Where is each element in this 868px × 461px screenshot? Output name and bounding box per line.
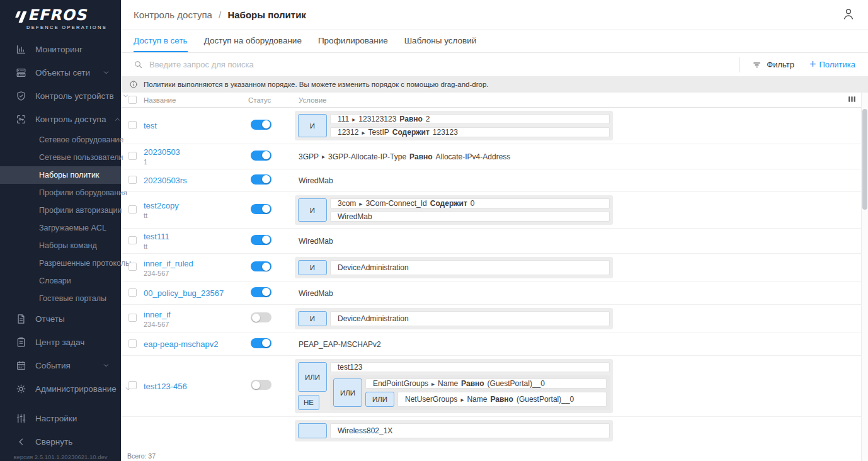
condition-plain: WiredMab: [295, 289, 858, 298]
condition-value: (GuestPortal)__0: [488, 379, 545, 388]
sidebar-item-9[interactable]: Свернуть: [0, 430, 121, 453]
row-checkbox[interactable]: [128, 288, 137, 297]
tab-0[interactable]: Доступ в сеть: [134, 30, 188, 52]
sidebar-subitem-5[interactable]: Загружаемые ACL: [0, 219, 121, 237]
row-condition-cell: ИDeviceAdministration: [295, 308, 858, 329]
row-checkbox-cell: [128, 236, 144, 247]
reports-icon: [15, 313, 27, 325]
sidebar-item-6[interactable]: События: [0, 354, 121, 377]
policy-name-link[interactable]: 00_policy_bug_23567: [144, 288, 224, 298]
app-root: EFROS DEFENCE OPERATIONS МониторингОбъек…: [0, 0, 868, 461]
row-condition-cell: И111▸123123123Равно212312▸TestIPСодержит…: [295, 111, 858, 140]
collapse-icon: [15, 436, 27, 448]
sidebar-subitem-2[interactable]: Наборы политик: [0, 166, 121, 184]
sidebar-subitem-8[interactable]: Словари: [0, 272, 121, 290]
condition-group: ИDeviceAdministration: [295, 257, 613, 278]
tab-1[interactable]: Доступ на оборудование: [204, 30, 302, 52]
row-checkbox[interactable]: [128, 176, 137, 184]
row-checkbox[interactable]: [128, 236, 137, 244]
policy-name-link[interactable]: eap-peap-mschapv2: [144, 339, 219, 349]
status-toggle[interactable]: [251, 261, 271, 271]
sidebar-item-5[interactable]: Центр задач: [0, 331, 121, 354]
filter-icon: [752, 60, 762, 69]
sidebar-subitem-6[interactable]: Наборы команд: [0, 237, 121, 254]
row-condition-cell: Wireless802_1X: [295, 420, 858, 441]
policy-name-link[interactable]: inner_if: [144, 310, 171, 319]
sidebar-item-label: Контроль доступа: [35, 115, 106, 124]
policy-name-link[interactable]: inner_if_ruled: [144, 259, 193, 268]
status-toggle[interactable]: [251, 174, 271, 185]
column-header-condition: Условие: [295, 96, 858, 104]
row-name-cell: test123-456: [144, 382, 244, 391]
condition-bar: DeviceAdministration: [330, 311, 610, 326]
row-checkbox[interactable]: [128, 263, 137, 271]
condition-bar: Wireless802_1X: [330, 423, 610, 438]
row-name-cell: 00_policy_bug_23567: [144, 288, 244, 298]
row-checkbox[interactable]: [128, 381, 137, 389]
tab-3[interactable]: Шаблоны условий: [404, 30, 477, 52]
sidebar-subitem-9[interactable]: Гостевые порталы: [0, 290, 121, 307]
sidebar-subitem-3[interactable]: Профили оборудования: [0, 184, 121, 202]
total-count: Всего: 37: [127, 452, 156, 460]
row-checkbox[interactable]: [128, 205, 137, 213]
policy-subtitle: tt: [144, 212, 244, 219]
logo: EFROS DEFENCE OPERATIONS: [0, 0, 121, 33]
column-settings-button[interactable]: [847, 94, 857, 106]
policy-name-link[interactable]: test111: [144, 232, 169, 241]
add-policy-button[interactable]: + Политика: [804, 60, 855, 70]
status-toggle[interactable]: [251, 235, 271, 245]
status-toggle[interactable]: [251, 120, 271, 130]
user-menu-button[interactable]: [842, 7, 855, 23]
row-checkbox[interactable]: [128, 339, 137, 348]
condition-text: DeviceAdministration: [338, 263, 409, 272]
sidebar-subitem-4[interactable]: Профили авторизации: [0, 202, 121, 219]
tab-2[interactable]: Профилирование: [318, 30, 388, 52]
sidebar-item-4[interactable]: Отчеты: [0, 307, 121, 331]
policy-name-link[interactable]: 20230503: [144, 147, 180, 157]
status-toggle[interactable]: [251, 312, 271, 322]
condition-plain: PEAP_EAP-MSCHAPv2: [295, 340, 858, 349]
status-toggle[interactable]: [251, 204, 271, 214]
status-toggle[interactable]: [251, 338, 271, 348]
select-all-checkbox[interactable]: [128, 96, 137, 104]
policy-name-link[interactable]: test: [144, 121, 157, 130]
tabs: Доступ в сетьДоступ на оборудованиеПрофи…: [121, 30, 868, 53]
condition-operator: Равно: [409, 152, 432, 161]
sidebar-item-0[interactable]: Мониторинг: [0, 38, 121, 61]
row-condition-cell: И3com▸3Com-Connect_IdСодержит0WiredMab: [295, 195, 858, 225]
row-checkbox[interactable]: [128, 314, 137, 322]
sidebar-subitem-7[interactable]: Разрешенные протоколы: [0, 254, 121, 272]
sidebar-subitem-0[interactable]: Сетевое оборудование: [0, 131, 121, 149]
condition-operator-box: ИЛИ: [298, 362, 327, 392]
path-arrow-icon: ▸: [460, 396, 464, 403]
policy-name-link[interactable]: 20230503rs: [144, 176, 187, 185]
row-name-cell: inner_if234-567: [144, 310, 244, 328]
info-banner-text: Политики выполняются в указанном порядке…: [144, 81, 488, 88]
status-toggle[interactable]: [251, 380, 271, 390]
sidebar-item-3[interactable]: Контроль доступа: [0, 108, 121, 131]
status-toggle[interactable]: [251, 287, 271, 297]
row-status-cell: [244, 120, 295, 132]
breadcrumb-current: Наборы политик: [227, 9, 306, 20]
filter-button[interactable]: Фильтр: [742, 60, 804, 69]
search-input[interactable]: [149, 60, 736, 69]
sidebar-item-8[interactable]: Настройки: [0, 407, 121, 430]
scrollbar-thumb[interactable]: [862, 109, 867, 210]
policy-row-6: 00_policy_bug_23567WiredMab: [121, 282, 868, 305]
sidebar-item-7[interactable]: Администрирование: [0, 377, 121, 401]
sidebar-item-2[interactable]: Контроль устройств: [0, 84, 121, 108]
policy-name-link[interactable]: test123-456: [144, 382, 187, 391]
row-checkbox-cell: [128, 175, 144, 186]
policy-subtitle: tt: [144, 242, 244, 250]
row-checkbox[interactable]: [128, 121, 137, 129]
condition-text: PEAP_EAP-MSCHAPv2: [299, 340, 381, 349]
vertical-scrollbar[interactable]: [861, 93, 868, 461]
breadcrumb-parent[interactable]: Контроль доступа: [134, 9, 212, 20]
policy-name-link[interactable]: test2copy: [144, 201, 179, 210]
row-checkbox[interactable]: [128, 152, 137, 160]
condition-bar: 111▸123123123Равно2: [330, 114, 610, 124]
status-toggle[interactable]: [251, 151, 271, 161]
sidebar-subitem-1[interactable]: Сетевые пользователи: [0, 149, 121, 166]
sidebar-item-1[interactable]: Объекты сети: [0, 61, 121, 84]
sidebar-item-label: События: [35, 361, 71, 370]
